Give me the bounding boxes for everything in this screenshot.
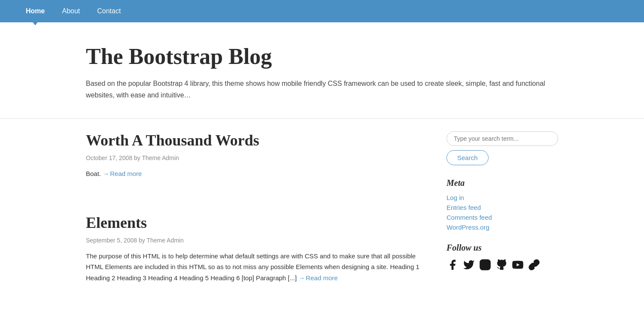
blog-title: The Bootstrap Blog [86,44,558,69]
post-1-excerpt: Boat. →Read more [86,168,421,179]
hero-section: The Bootstrap Blog Based on the popular … [0,22,644,118]
main-layout: Worth A Thousand Words October 17, 2008 … [0,118,644,318]
navigation: Home About Contact [0,0,644,22]
meta-section: Meta Log in Entries feed Comments feed W… [447,178,558,231]
post-2: Elements September 5, 2008 by Theme Admi… [86,214,421,297]
search-area: Search [447,131,558,165]
youtube-icon[interactable] [512,259,524,271]
sidebar: Search Meta Log in Entries feed Comments… [447,131,558,283]
post-1-title[interactable]: Worth A Thousand Words [86,131,421,149]
link-icon[interactable] [528,259,540,271]
github-icon[interactable] [495,259,507,271]
search-input[interactable] [447,131,558,146]
posts-area: Worth A Thousand Words October 17, 2008 … [86,131,421,318]
nav-about[interactable]: About [62,1,80,21]
meta-link-comments[interactable]: Comments feed [447,214,558,221]
follow-section: Follow us [447,243,558,271]
twitter-icon[interactable] [463,259,475,271]
post-2-title[interactable]: Elements [86,214,421,232]
meta-link-login[interactable]: Log in [447,194,558,201]
blog-description: Based on the popular Bootstrap 4 library… [86,78,558,101]
post-1-meta: October 17, 2008 by Theme Admin [86,154,421,161]
social-icons [447,259,558,271]
search-button[interactable]: Search [447,150,489,165]
nav-home[interactable]: Home [26,1,45,21]
post-2-meta: September 5, 2008 by Theme Admin [86,237,421,244]
follow-title: Follow us [447,243,558,253]
meta-title: Meta [447,178,558,188]
instagram-icon[interactable] [479,259,491,271]
post-1-read-more[interactable]: →Read more [103,170,142,177]
facebook-icon[interactable] [447,259,459,271]
nav-items: Home About Contact [26,1,121,21]
post-2-excerpt: The purpose of this HTML is to help dete… [86,251,421,284]
nav-contact[interactable]: Contact [97,1,121,21]
meta-link-entries[interactable]: Entries feed [447,204,558,211]
post-2-read-more[interactable]: →Read more [298,274,337,282]
meta-link-wordpress[interactable]: WordPress.org [447,224,558,231]
post-1: Worth A Thousand Words October 17, 2008 … [86,131,421,192]
